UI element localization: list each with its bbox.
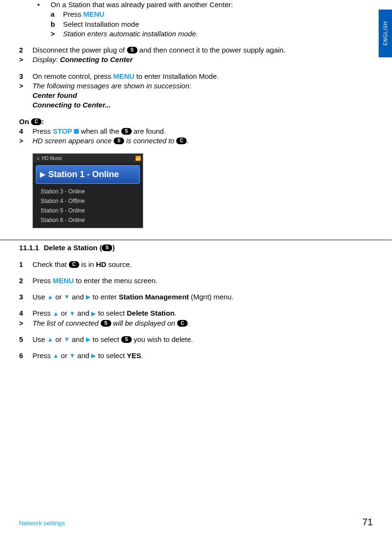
d1-body: Check that C is in HD source.	[32, 260, 363, 269]
d4-bold: Delete Station	[127, 309, 175, 317]
sub-b-body: Select Installation mode	[63, 20, 139, 29]
page-number: 71	[362, 517, 373, 528]
d5-post: you wish to delete.	[134, 335, 193, 343]
onC-pre: On	[19, 117, 31, 126]
station-chip-icon: S	[101, 320, 111, 327]
step4-post: are found.	[132, 127, 166, 135]
hd-music-screenshot: ♫ HD Music 📶 ▶ Station 1 - Online Statio…	[32, 153, 143, 228]
fig-list-item: Station 3 - Online	[41, 187, 138, 196]
d4-and: and	[75, 309, 91, 317]
step4-pre: Press	[32, 127, 53, 135]
station-chip-icon: S	[121, 336, 132, 343]
center-chip-icon: C	[69, 261, 79, 268]
d6-post: .	[141, 351, 143, 360]
step2-post: and then connect it to the power supply …	[138, 46, 286, 54]
fig-list-item: Station 4 - Offline	[41, 196, 138, 206]
step3-result-lead: >	[19, 81, 32, 91]
step4r-pre: HD screen appears once	[32, 137, 114, 145]
d2-post: to enter the menu screen.	[74, 276, 158, 285]
d6-lead: 6	[19, 351, 32, 361]
d4-post: .	[175, 309, 177, 317]
d5-and: and	[70, 335, 85, 343]
d4-mid1: or	[59, 309, 69, 317]
d3-lead: 3	[19, 292, 32, 302]
station-chip-icon: S	[102, 244, 112, 251]
bullet-text: On a Station that was already paired wit…	[51, 0, 233, 10]
step2r-bold: Connecting to Center	[60, 55, 133, 64]
station-chip-icon: S	[127, 47, 138, 53]
d4-result-lead: >	[19, 319, 32, 328]
fig-list-item: Station 5 - Online	[41, 206, 138, 215]
up-arrow-icon: ▲	[47, 293, 53, 301]
d3-post: (Mgnt) menu.	[189, 293, 233, 301]
right-arrow-icon: ▶	[91, 351, 96, 360]
fig-selected-text: Station 1 - Online	[48, 169, 119, 180]
signal-icon: 📶	[135, 155, 141, 162]
station-chip-icon: S	[121, 128, 132, 135]
right-arrow-icon: ▶	[91, 309, 96, 318]
music-note-icon: ♫	[36, 155, 40, 162]
d1-lead: 1	[19, 260, 32, 269]
d4-mid3: to select	[96, 309, 127, 317]
d4r-pre: The list of connected	[32, 319, 101, 327]
step3-body: On remote control, press MENU to enter I…	[32, 72, 363, 81]
page-content: • On a Station that was already paired w…	[19, 0, 363, 361]
step4-result: HD screen appears once S is connected to…	[32, 136, 363, 146]
d5-body: Use ▲ or ▼ and ▶ to select S you wish to…	[32, 335, 363, 344]
fig-selected-row: ▶ Station 1 - Online	[36, 165, 140, 183]
d3-bold: Station Management	[119, 293, 189, 301]
stop-icon	[74, 129, 79, 134]
on-center-heading: On C:	[19, 117, 363, 127]
menu-label: MENU	[113, 72, 134, 80]
right-arrow-icon: ▶	[86, 335, 91, 344]
d3-mid3: to enter	[91, 293, 119, 301]
d2-lead: 2	[19, 276, 32, 286]
step2r-pre: Display:	[32, 55, 60, 64]
step3-post: to enter Installation Mode.	[134, 72, 219, 80]
sub-b-lead: b	[51, 20, 63, 29]
down-arrow-icon: ▼	[69, 309, 75, 318]
d6-bold: YES	[127, 351, 141, 360]
station-chip-icon: S	[114, 138, 124, 144]
down-arrow-icon: ▼	[64, 335, 70, 344]
sub-a-lead: a	[51, 10, 63, 19]
fig-list-item: Station 6 - Online	[41, 215, 138, 225]
down-arrow-icon: ▼	[69, 351, 75, 360]
section-title-pre: Delete a Station (	[44, 244, 102, 252]
d6-pre: Press	[32, 351, 53, 360]
play-arrow-icon: ▶	[40, 170, 45, 179]
d2-pre: Press	[32, 276, 53, 285]
d4r-mid: will be displayed on	[111, 319, 177, 327]
d6-body: Press ▲ or ▼ and ▶ to select YES.	[32, 351, 363, 361]
d4-pre: Press	[32, 309, 53, 317]
step3-line2: Connecting to Center...	[19, 100, 363, 110]
up-arrow-icon: ▲	[53, 309, 59, 318]
d5-mid3: to select	[91, 335, 121, 343]
right-arrow-icon: ▶	[86, 293, 91, 301]
center-chip-icon: C	[31, 118, 42, 125]
step4-mid: when all the	[79, 127, 121, 135]
stop-label: STOP	[53, 127, 73, 135]
step3-result: The following messages are shown in succ…	[32, 81, 363, 91]
section-title-post: )	[112, 244, 115, 252]
onC-post: :	[42, 117, 44, 126]
d5-lead: 5	[19, 335, 32, 344]
language-tab: ENGLISH	[379, 10, 392, 57]
d6-and: and	[75, 351, 91, 360]
d5-mid1: or	[53, 335, 64, 343]
step2-result: Display: Connecting to Center	[32, 55, 363, 64]
step4r-post: .	[187, 137, 189, 145]
step3-line1: Center found	[19, 91, 363, 100]
step2-body: Disconnect the power plug of S and then …	[32, 45, 363, 55]
d1-mid: is in	[79, 260, 96, 268]
step3-lead: 3	[19, 72, 32, 81]
d4-lead: 4	[19, 308, 32, 318]
sub-a-body: Press MENU	[63, 10, 105, 19]
d3-mid1: or	[53, 293, 64, 301]
d1-pre: Check that	[32, 260, 69, 268]
section-number: 11.1.1	[19, 243, 39, 253]
down-arrow-icon: ▼	[64, 293, 70, 301]
d4r-post: .	[188, 319, 190, 327]
d6-mid3: to select	[96, 351, 127, 360]
up-arrow-icon: ▲	[53, 351, 59, 360]
